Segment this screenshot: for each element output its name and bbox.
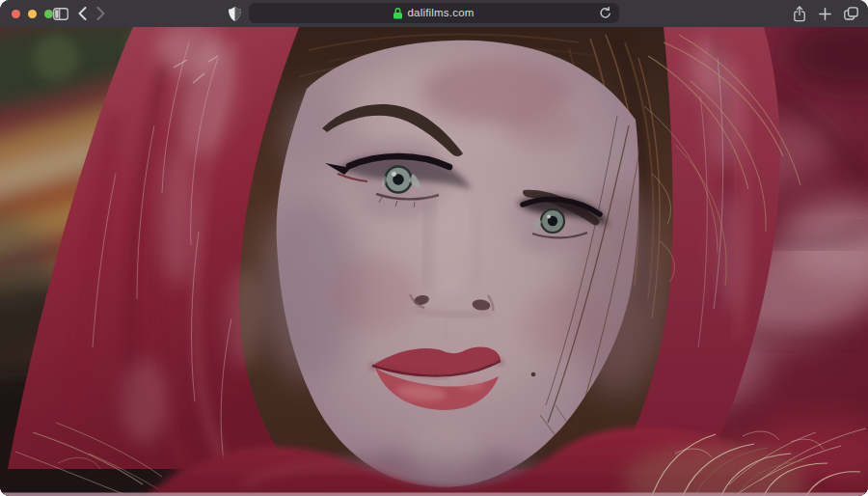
tabs-icon <box>844 7 858 20</box>
toolbar-right-buttons <box>793 0 858 27</box>
shield-icon <box>229 7 241 21</box>
back-button[interactable] <box>73 0 91 27</box>
bottom-edge-highlight <box>0 493 868 496</box>
chevron-left-icon <box>78 7 87 20</box>
share-button[interactable] <box>793 0 806 27</box>
browser-toolbar: dalifilms.com <box>0 0 868 27</box>
dim-overlay <box>0 27 868 496</box>
close-button[interactable] <box>12 10 20 18</box>
forward-button[interactable] <box>92 0 109 27</box>
share-icon <box>793 6 806 22</box>
privacy-shield-button[interactable] <box>224 0 245 27</box>
address-bar[interactable]: dalifilms.com <box>249 3 619 23</box>
sidebar-toggle-button[interactable] <box>50 0 71 27</box>
sidebar-icon <box>53 8 68 20</box>
reload-button[interactable] <box>597 6 612 20</box>
reload-icon <box>599 7 611 19</box>
portrait-photo <box>0 27 868 496</box>
plus-icon <box>819 8 831 20</box>
new-tab-button[interactable] <box>819 0 831 27</box>
browser-window: dalifilms.com <box>0 0 868 496</box>
tab-overview-button[interactable] <box>844 0 858 27</box>
minimize-button[interactable] <box>28 10 37 18</box>
lock-icon <box>393 8 402 19</box>
traffic-lights <box>12 10 53 18</box>
chevron-right-icon <box>96 7 105 20</box>
url-text: dalifilms.com <box>407 3 474 23</box>
